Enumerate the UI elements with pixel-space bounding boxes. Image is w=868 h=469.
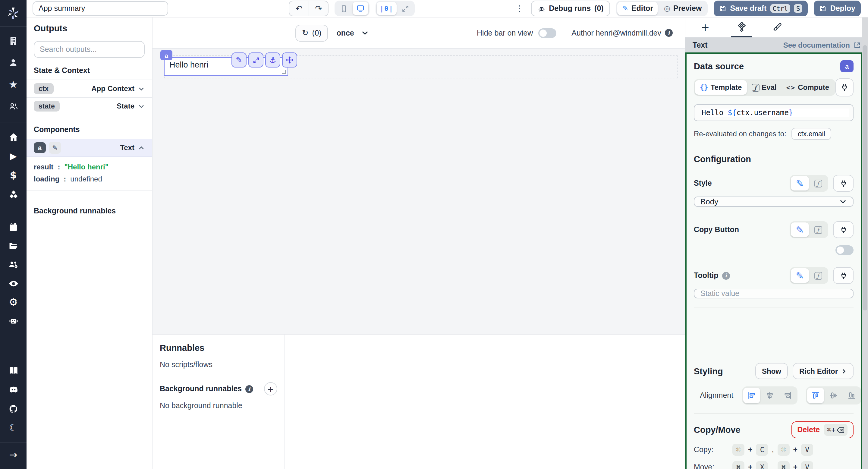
home-icon[interactable]: [0, 130, 27, 144]
expand-sidebar-arrow-icon[interactable]: →: [0, 448, 27, 462]
editor-tab[interactable]: ✎ Editor: [618, 2, 658, 15]
refresh-runnables-button[interactable]: ↻ (0): [296, 24, 328, 41]
tooltip-input[interactable]: [694, 289, 854, 299]
undo-button[interactable]: ↶: [289, 1, 309, 16]
style-mode-group: ✎ ƒ: [789, 175, 828, 192]
save-draft-button[interactable]: Save draft Ctrl S: [714, 1, 808, 16]
preview-tab[interactable]: ◎ Preview: [659, 2, 707, 15]
loading-output-row[interactable]: loading: undefined: [34, 173, 145, 185]
windmill-logo-icon[interactable]: [0, 4, 27, 22]
state-row[interactable]: state State: [27, 97, 152, 115]
more-menu-kebab-icon[interactable]: ⋮: [514, 4, 525, 13]
info-icon[interactable]: i: [245, 385, 253, 393]
audit-eye-icon[interactable]: [0, 277, 27, 290]
ctx-row[interactable]: ctx App Context: [27, 80, 152, 97]
runs-play-icon[interactable]: ▶: [0, 150, 27, 163]
result-value: "Hello henri": [64, 163, 108, 171]
styling-show-button[interactable]: Show: [755, 363, 788, 379]
app-canvas[interactable]: a Hello henri ✎ ⚓: [153, 49, 685, 334]
hide-bar-toggle[interactable]: [538, 28, 556, 38]
full-width-button[interactable]: [398, 2, 413, 15]
deploy-button[interactable]: Deploy: [814, 1, 861, 16]
search-outputs-input[interactable]: [40, 45, 138, 54]
align-left-button[interactable]: [743, 387, 760, 403]
settings-gear-icon[interactable]: ⚙: [0, 295, 27, 309]
style-select[interactable]: Body: [694, 196, 854, 207]
mobile-view-button[interactable]: [336, 2, 351, 15]
copy-button-toggle[interactable]: [835, 245, 854, 255]
alignment-label: Alignment: [700, 391, 733, 400]
workspace-icon[interactable]: [0, 34, 27, 48]
anchor-button[interactable]: ⚓: [265, 53, 280, 67]
copy-button-eval-button[interactable]: ƒ: [809, 222, 827, 237]
kbd-s: S: [794, 4, 803, 13]
schedules-calendar-icon[interactable]: [0, 221, 27, 234]
desktop-view-button[interactable]: [352, 2, 368, 15]
horizontal-align-group: [742, 386, 797, 405]
info-icon[interactable]: i: [665, 29, 673, 37]
docs-book-icon[interactable]: [0, 364, 27, 377]
edit-id-pencil-button[interactable]: ✎: [49, 142, 61, 154]
github-icon[interactable]: [0, 402, 27, 415]
move-button[interactable]: [282, 53, 297, 67]
tooltip-connect-button[interactable]: [833, 267, 854, 284]
edit-pencil-button[interactable]: ✎: [231, 53, 247, 67]
rich-editor-button[interactable]: Rich Editor: [793, 363, 854, 379]
tab-styling[interactable]: [767, 18, 788, 37]
state-label: State: [117, 102, 134, 110]
ctx-badge: ctx: [34, 83, 53, 94]
compute-mode-button[interactable]: <> Compute: [781, 80, 834, 95]
app-summary-input[interactable]: [33, 1, 168, 16]
reeval-dependency-chip[interactable]: ctx.email: [792, 128, 831, 140]
tab-insert-component[interactable]: +: [695, 18, 715, 37]
expand-button[interactable]: [248, 53, 264, 67]
resize-handle[interactable]: [282, 70, 286, 74]
align-middle-icon: [829, 391, 838, 400]
folders-icon[interactable]: [0, 239, 27, 253]
resources-cubes-icon[interactable]: [0, 188, 27, 201]
user-icon[interactable]: [0, 56, 27, 69]
debug-runs-button[interactable]: Debug runs (0): [531, 1, 610, 16]
groups-icon[interactable]: [0, 99, 27, 113]
fixed-width-icon: |0|: [380, 4, 394, 12]
align-right-button[interactable]: [779, 387, 796, 403]
code-close-token: }: [789, 108, 793, 117]
delete-component-button[interactable]: Delete ⌘+: [791, 421, 854, 438]
see-documentation-link[interactable]: See documentation: [783, 41, 861, 49]
template-code-editor[interactable]: Hello ${ctx.username}: [694, 104, 854, 121]
align-top-button[interactable]: [807, 387, 824, 403]
style-eval-button[interactable]: ƒ: [809, 176, 827, 190]
result-output-row[interactable]: result: "Hello henri": [34, 161, 145, 173]
tooltip-eval-button[interactable]: ƒ: [809, 268, 827, 283]
style-static-button[interactable]: ✎: [791, 176, 809, 190]
section-divider: [694, 413, 854, 413]
fixed-width-button[interactable]: |0|: [377, 2, 397, 15]
align-middle-button[interactable]: [825, 387, 842, 403]
variables-dollar-icon[interactable]: $: [0, 169, 27, 182]
tab-component-settings[interactable]: [731, 18, 752, 37]
frequency-dropdown[interactable]: once: [336, 29, 369, 37]
component-list-row[interactable]: a ✎ Text: [27, 139, 152, 157]
discord-icon[interactable]: [0, 383, 27, 396]
align-center-button[interactable]: [761, 387, 778, 403]
add-background-runnable-button[interactable]: +: [264, 382, 277, 396]
eval-mode-button[interactable]: ƒ Eval: [747, 80, 781, 95]
align-bottom-button[interactable]: [843, 387, 860, 403]
settings-scrollbar[interactable]: [862, 18, 868, 469]
connect-output-button[interactable]: [835, 79, 854, 96]
dark-mode-moon-icon[interactable]: ☾: [0, 421, 27, 435]
component-diamonds-icon: [736, 22, 747, 32]
runnables-title: Runnables: [160, 343, 277, 353]
favorites-star-icon[interactable]: ★: [0, 78, 27, 91]
template-mode-button[interactable]: {} Template: [695, 80, 747, 95]
no-scripts-label: No scripts/flows: [160, 361, 277, 369]
ai-robot-icon[interactable]: [0, 314, 27, 327]
copy-button-connect-button[interactable]: [833, 221, 854, 238]
redo-button[interactable]: ↷: [309, 1, 328, 16]
info-icon[interactable]: i: [722, 272, 730, 279]
tooltip-static-button[interactable]: ✎: [791, 268, 809, 283]
style-connect-button[interactable]: [833, 175, 854, 192]
copy-button-static-button[interactable]: ✎: [791, 222, 809, 237]
section-divider: [694, 307, 854, 307]
workers-users-gear-icon[interactable]: [0, 258, 27, 271]
